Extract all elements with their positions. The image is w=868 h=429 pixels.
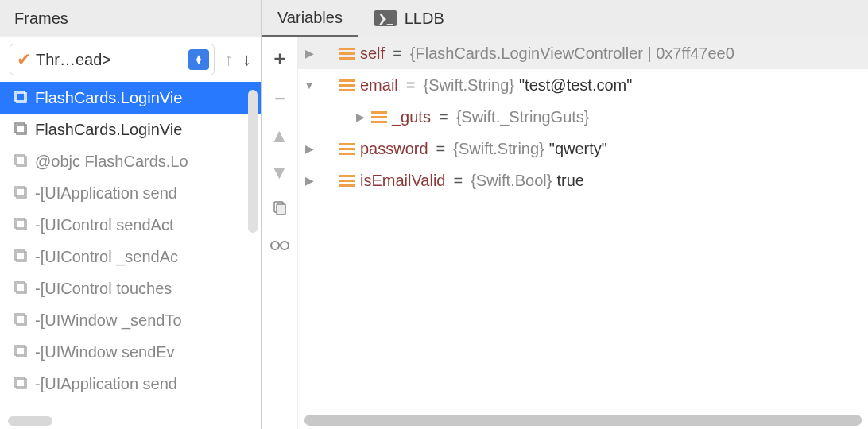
stack-frame-icon [14, 91, 29, 105]
stack-frame-icon [14, 122, 29, 137]
tab-variables-label: Variables [277, 9, 343, 27]
disclosure-closed-icon[interactable]: ▶ [303, 47, 316, 60]
check-icon: ✔ [17, 49, 31, 70]
frame-label: -[UIApplication send [35, 184, 177, 203]
variable-type: {Swift._StringGuts} [456, 108, 590, 126]
remove-watch-button[interactable]: － [270, 85, 289, 110]
stack-frame-icon [14, 186, 29, 200]
frame-item[interactable]: -[UIWindow _sendTo [0, 304, 261, 336]
frame-item[interactable]: -[UIApplication send [0, 368, 261, 400]
stack-frame-icon [14, 313, 29, 327]
stack-frame-icon [14, 281, 29, 296]
variables-toolbar: ＋ － ▲ ▼ [262, 37, 298, 429]
tab-lldb-label: LLDB [405, 10, 444, 28]
variable-icon [339, 175, 355, 187]
variable-type: {Swift.String} [453, 140, 544, 158]
stack-frame-icon [14, 218, 29, 232]
variables-panel: Variables ❯_ LLDB ＋ － ▲ ▼ [262, 0, 868, 429]
terminal-icon: ❯_ [374, 10, 397, 26]
frame-item[interactable]: -[UIApplication send [0, 177, 261, 209]
frames-panel: Frames ✔ Thr…ead> ▲▼ ↑ ↓ FlashCards.Logi… [0, 0, 262, 429]
variable-row-isemailvalid[interactable]: ▶ isEmailValid = {Swift.Bool} true [298, 164, 868, 196]
frame-label: -[UIControl sendAct [35, 216, 174, 234]
frame-label: FlashCards.LoginVie [35, 121, 182, 139]
equals-sign: = [436, 108, 451, 126]
frame-label: -[UIControl touches [35, 280, 172, 298]
frame-item[interactable]: -[UIControl touches [0, 272, 261, 304]
frames-vertical-scrollbar[interactable] [248, 90, 258, 233]
variable-name: isEmailValid [360, 172, 445, 190]
variable-type: {FlashCards.LoginViewController | 0x7ff4… [410, 44, 734, 63]
variable-value: "test@test.com" [519, 76, 632, 95]
variable-name: email [360, 76, 398, 95]
frame-label: FlashCards.LoginVie [35, 89, 182, 107]
variable-type: {Swift.Bool} [471, 172, 552, 190]
variable-row-self[interactable]: ▶ self = {FlashCards.LoginViewController… [298, 37, 868, 69]
tab-variables[interactable]: Variables [262, 0, 358, 37]
watches-icon[interactable] [269, 234, 290, 257]
add-watch-button[interactable]: ＋ [270, 45, 289, 71]
stack-frame-icon [14, 345, 29, 359]
thread-selector[interactable]: ✔ Thr…ead> ▲▼ [10, 44, 215, 75]
variable-icon [339, 48, 355, 60]
variable-row-password[interactable]: ▶ password = {Swift.String} "qwerty" [298, 133, 868, 164]
copy-button[interactable] [272, 198, 288, 220]
move-down-button[interactable]: ▼ [270, 161, 289, 184]
variable-icon [339, 143, 355, 155]
scrollbar-thumb[interactable] [304, 415, 862, 426]
variables-body: ＋ － ▲ ▼ ▶ self = {FlashCards.Logi [262, 37, 868, 429]
frame-down-button[interactable]: ↓ [242, 49, 251, 70]
frames-horizontal-scrollbar[interactable] [8, 416, 52, 426]
frame-up-button[interactable]: ↑ [224, 49, 233, 70]
disclosure-closed-icon[interactable]: ▶ [303, 142, 316, 155]
stack-frame-icon [14, 377, 29, 391]
frame-label: -[UIApplication send [35, 375, 177, 393]
variable-name: self [360, 44, 385, 63]
equals-sign: = [389, 44, 405, 63]
variable-row-guts[interactable]: ▶ _guts = {Swift._StringGuts} [298, 101, 868, 133]
equals-sign: = [450, 172, 466, 190]
frames-header: Frames [0, 0, 261, 37]
variable-name: _guts [392, 108, 431, 126]
disclosure-open-icon[interactable]: ▼ [303, 79, 316, 91]
frame-label: -[UIWindow sendEv [35, 343, 175, 361]
frame-label: -[UIControl _sendAc [35, 248, 178, 266]
frame-label: @objc FlashCards.Lo [35, 153, 188, 171]
debug-tabs: Variables ❯_ LLDB [262, 0, 868, 37]
disclosure-closed-icon[interactable]: ▶ [354, 110, 366, 123]
frame-item[interactable]: FlashCards.LoginVie [0, 114, 261, 145]
thread-toolbar: ✔ Thr…ead> ▲▼ ↑ ↓ [0, 37, 261, 82]
move-up-button[interactable]: ▲ [270, 125, 289, 147]
variables-tree[interactable]: ▶ self = {FlashCards.LoginViewController… [298, 37, 868, 429]
frame-item[interactable]: -[UIControl _sendAc [0, 241, 261, 272]
svg-rect-21 [277, 204, 285, 214]
dropdown-caret-icon[interactable]: ▲▼ [188, 49, 209, 70]
variable-value: true [556, 172, 583, 190]
equals-sign: = [403, 76, 419, 95]
stack-frame-icon [14, 154, 29, 168]
disclosure-closed-icon[interactable]: ▶ [303, 174, 316, 187]
frame-item[interactable]: -[UIControl sendAct [0, 209, 261, 241]
equals-sign: = [433, 140, 449, 158]
variable-row-email[interactable]: ▼ email = {Swift.String} "test@test.com" [298, 69, 868, 101]
variable-icon [371, 111, 387, 123]
variable-name: password [360, 140, 428, 158]
svg-point-23 [281, 242, 289, 249]
frames-list[interactable]: FlashCards.LoginVie FlashCards.LoginVie … [0, 82, 261, 429]
variable-value: "qwerty" [549, 140, 607, 158]
frame-label: -[UIWindow _sendTo [35, 311, 182, 330]
frame-item[interactable]: -[UIWindow sendEv [0, 336, 261, 368]
variable-type: {Swift.String} [423, 76, 514, 95]
svg-point-22 [271, 242, 279, 249]
frames-title: Frames [14, 10, 68, 28]
variables-horizontal-scrollbar[interactable] [304, 415, 862, 426]
stack-frame-icon [14, 249, 29, 264]
frame-item[interactable]: FlashCards.LoginVie [0, 82, 261, 114]
variable-icon [339, 79, 355, 91]
tab-lldb[interactable]: ❯_ LLDB [358, 0, 460, 37]
thread-label: Thr…ead> [36, 51, 184, 69]
frame-item[interactable]: @objc FlashCards.Lo [0, 145, 261, 177]
